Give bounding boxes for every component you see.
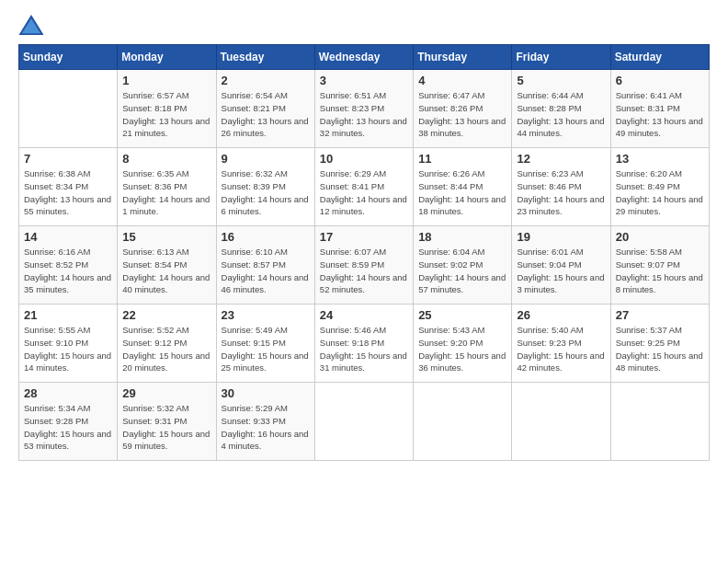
calendar-cell: 6Sunrise: 6:41 AMSunset: 8:31 PMDaylight… [610,70,709,148]
weekday-header-saturday: Saturday [610,45,709,70]
day-number: 1 [122,74,210,87]
calendar-cell: 2Sunrise: 6:54 AMSunset: 8:21 PMDaylight… [216,70,314,148]
weekday-header-wednesday: Wednesday [314,45,413,70]
week-row-1: 1Sunrise: 6:57 AMSunset: 8:18 PMDaylight… [19,70,710,148]
weekday-header-thursday: Thursday [414,45,512,70]
calendar-cell: 19Sunrise: 6:01 AMSunset: 9:04 PMDayligh… [512,226,610,304]
calendar-cell: 23Sunrise: 5:49 AMSunset: 9:15 PMDayligh… [216,304,314,383]
day-info: Sunrise: 6:41 AMSunset: 8:31 PMDaylight:… [616,89,704,140]
calendar-cell: 27Sunrise: 5:37 AMSunset: 9:25 PMDayligh… [610,304,709,383]
logo [18,15,48,35]
calendar-cell: 5Sunrise: 6:44 AMSunset: 8:28 PMDaylight… [512,70,610,148]
calendar-cell: 17Sunrise: 6:07 AMSunset: 8:59 PMDayligh… [314,226,413,304]
calendar-cell: 24Sunrise: 5:46 AMSunset: 9:18 PMDayligh… [314,304,413,383]
week-row-3: 14Sunrise: 6:16 AMSunset: 8:52 PMDayligh… [19,226,710,304]
day-number: 6 [616,74,704,87]
day-info: Sunrise: 6:38 AMSunset: 8:34 PMDaylight:… [24,167,112,218]
day-info: Sunrise: 5:43 AMSunset: 9:20 PMDaylight:… [418,324,506,374]
day-number: 4 [418,74,506,87]
calendar-cell: 12Sunrise: 6:23 AMSunset: 8:46 PMDayligh… [512,148,610,226]
day-info: Sunrise: 6:35 AMSunset: 8:36 PMDaylight:… [122,167,210,218]
calendar-cell: 7Sunrise: 6:38 AMSunset: 8:34 PMDaylight… [19,148,118,226]
weekday-header-monday: Monday [118,45,216,70]
day-number: 26 [517,308,605,322]
calendar-cell: 11Sunrise: 6:26 AMSunset: 8:44 PMDayligh… [414,148,512,226]
day-info: Sunrise: 6:54 AMSunset: 8:21 PMDaylight:… [222,89,310,140]
calendar-cell: 1Sunrise: 6:57 AMSunset: 8:18 PMDaylight… [118,70,216,148]
day-info: Sunrise: 5:37 AMSunset: 9:25 PMDaylight:… [616,324,704,374]
day-number: 9 [222,152,310,166]
week-row-5: 28Sunrise: 5:34 AMSunset: 9:28 PMDayligh… [19,383,710,461]
day-info: Sunrise: 6:29 AMSunset: 8:41 PMDaylight:… [320,167,408,218]
day-number: 19 [517,230,605,244]
day-number: 18 [418,230,506,244]
day-info: Sunrise: 5:49 AMSunset: 9:15 PMDaylight:… [222,324,310,374]
day-number: 2 [222,74,310,87]
week-row-4: 21Sunrise: 5:55 AMSunset: 9:10 PMDayligh… [19,304,710,383]
day-number: 17 [320,230,408,244]
day-number: 14 [24,230,112,244]
calendar-cell: 4Sunrise: 6:47 AMSunset: 8:26 PMDaylight… [414,70,512,148]
calendar-cell [512,383,610,461]
calendar-cell: 3Sunrise: 6:51 AMSunset: 8:23 PMDaylight… [314,70,413,148]
day-info: Sunrise: 6:32 AMSunset: 8:39 PMDaylight:… [222,167,310,218]
day-number: 13 [616,152,704,166]
day-number: 25 [418,308,506,322]
calendar-cell: 14Sunrise: 6:16 AMSunset: 8:52 PMDayligh… [19,226,118,304]
day-number: 23 [222,308,310,322]
calendar-cell: 29Sunrise: 5:32 AMSunset: 9:31 PMDayligh… [118,383,216,461]
day-info: Sunrise: 6:04 AMSunset: 9:02 PMDaylight:… [418,246,506,296]
calendar-cell: 22Sunrise: 5:52 AMSunset: 9:12 PMDayligh… [118,304,216,383]
day-info: Sunrise: 5:34 AMSunset: 9:28 PMDaylight:… [24,402,112,453]
day-number: 7 [24,152,112,166]
day-info: Sunrise: 5:52 AMSunset: 9:12 PMDaylight:… [122,324,210,374]
calendar-cell: 25Sunrise: 5:43 AMSunset: 9:20 PMDayligh… [414,304,512,383]
calendar-cell: 21Sunrise: 5:55 AMSunset: 9:10 PMDayligh… [19,304,118,383]
calendar-table: SundayMondayTuesdayWednesdayThursdayFrid… [18,44,710,461]
calendar-cell: 30Sunrise: 5:29 AMSunset: 9:33 PMDayligh… [216,383,314,461]
logo-icon [18,15,44,35]
day-number: 15 [122,230,210,244]
day-number: 28 [24,386,112,400]
calendar-cell [610,383,709,461]
day-number: 11 [418,152,506,166]
weekday-header-tuesday: Tuesday [216,45,314,70]
day-info: Sunrise: 5:32 AMSunset: 9:31 PMDaylight:… [122,402,210,453]
day-number: 10 [320,152,408,166]
weekday-header-row: SundayMondayTuesdayWednesdayThursdayFrid… [19,45,710,70]
calendar-cell [314,383,413,461]
calendar-cell: 8Sunrise: 6:35 AMSunset: 8:36 PMDaylight… [118,148,216,226]
calendar-cell: 16Sunrise: 6:10 AMSunset: 8:57 PMDayligh… [216,226,314,304]
day-info: Sunrise: 5:55 AMSunset: 9:10 PMDaylight:… [24,324,112,374]
day-number: 12 [517,152,605,166]
day-number: 22 [122,308,210,322]
week-row-2: 7Sunrise: 6:38 AMSunset: 8:34 PMDaylight… [19,148,710,226]
day-info: Sunrise: 6:26 AMSunset: 8:44 PMDaylight:… [418,167,506,218]
day-number: 16 [222,230,310,244]
day-number: 20 [616,230,704,244]
day-info: Sunrise: 6:51 AMSunset: 8:23 PMDaylight:… [320,89,408,140]
day-info: Sunrise: 5:46 AMSunset: 9:18 PMDaylight:… [320,324,408,374]
weekday-header-friday: Friday [512,45,610,70]
calendar-cell: 28Sunrise: 5:34 AMSunset: 9:28 PMDayligh… [19,383,118,461]
day-info: Sunrise: 6:20 AMSunset: 8:49 PMDaylight:… [616,167,704,218]
day-info: Sunrise: 6:01 AMSunset: 9:04 PMDaylight:… [517,246,605,296]
day-info: Sunrise: 6:44 AMSunset: 8:28 PMDaylight:… [517,89,605,140]
day-number: 8 [122,152,210,166]
day-info: Sunrise: 6:57 AMSunset: 8:18 PMDaylight:… [122,89,210,140]
page-header [18,15,710,35]
day-info: Sunrise: 6:23 AMSunset: 8:46 PMDaylight:… [517,167,605,218]
day-info: Sunrise: 6:07 AMSunset: 8:59 PMDaylight:… [320,246,408,296]
day-number: 29 [122,386,210,400]
weekday-header-sunday: Sunday [19,45,118,70]
calendar-cell: 10Sunrise: 6:29 AMSunset: 8:41 PMDayligh… [314,148,413,226]
calendar-cell: 15Sunrise: 6:13 AMSunset: 8:54 PMDayligh… [118,226,216,304]
day-number: 3 [320,74,408,87]
day-info: Sunrise: 6:47 AMSunset: 8:26 PMDaylight:… [418,89,506,140]
day-number: 30 [222,386,310,400]
calendar-cell: 9Sunrise: 6:32 AMSunset: 8:39 PMDaylight… [216,148,314,226]
day-number: 27 [616,308,704,322]
day-info: Sunrise: 6:16 AMSunset: 8:52 PMDaylight:… [24,246,112,296]
day-number: 24 [320,308,408,322]
day-number: 5 [517,74,605,87]
